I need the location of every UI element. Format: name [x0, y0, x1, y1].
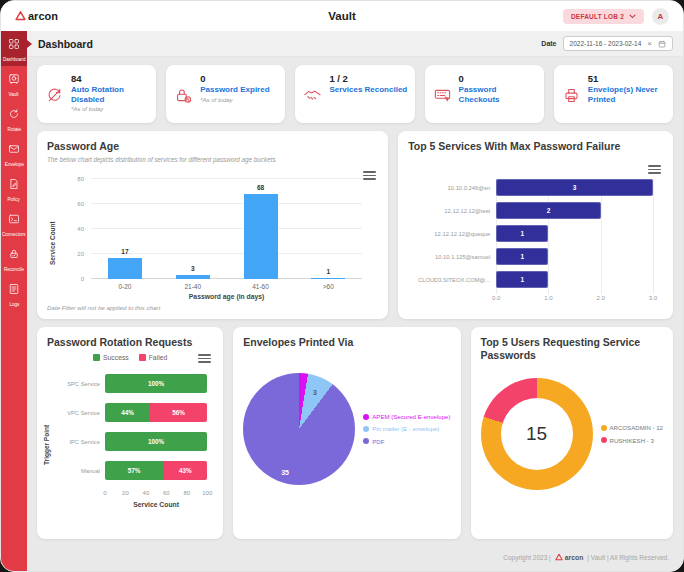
- legend-dot: [363, 414, 369, 420]
- calendar-icon[interactable]: [658, 40, 666, 48]
- chart-menu-icon[interactable]: [198, 354, 211, 363]
- chart-legend: ARCOSADMIN - 12RUSHIKESH - 3: [601, 424, 664, 444]
- x-tick-label: 1.0: [544, 295, 552, 301]
- envelope-icon: [8, 141, 20, 159]
- password-checkouts-icon: [433, 86, 452, 105]
- bar-value-label: 3: [191, 265, 195, 272]
- bar-value-label: 17: [121, 248, 128, 255]
- kpi-card[interactable]: 84Auto Rotation Disabled*As of today: [37, 65, 156, 123]
- sidebar-item-reconcile[interactable]: Reconcile: [1, 241, 27, 276]
- x-tick-label: 20: [122, 490, 129, 496]
- topbar-actions: DEFAULT LOB 2 A: [563, 8, 669, 25]
- legend-item[interactable]: ARCOSADMIN - 12: [601, 424, 664, 431]
- kpi-card[interactable]: 1 / 2Services Reconciled: [295, 65, 414, 123]
- top-services-card: Top 5 Services With Max Password Failure…: [398, 131, 673, 319]
- y-axis-title: Service Count: [49, 221, 56, 265]
- x-tick-label: 41-60: [227, 283, 295, 290]
- date-range-input[interactable]: 2022-11-16 - 2023-02-14 ×: [563, 36, 673, 51]
- bar: 2: [496, 202, 601, 219]
- policy-icon: [8, 176, 20, 194]
- sidebar-item-dashboard[interactable]: Dashboard: [1, 31, 27, 66]
- y-tick-label: 80: [77, 176, 84, 182]
- category-label: 12.12.12.12@queque: [408, 225, 496, 242]
- clear-date-icon[interactable]: ×: [647, 40, 652, 48]
- sidebar-item-label: Dashboard: [3, 56, 26, 62]
- main-area: Dashboard Date 2022-11-16 - 2023-02-14 ×…: [27, 31, 683, 571]
- rights-text: | Vault | All Rights Reserved.: [587, 554, 669, 561]
- services-reconciled-icon: [303, 86, 322, 105]
- sidebar-item-policy[interactable]: Policy: [1, 171, 27, 206]
- bar: 1: [496, 271, 548, 288]
- x-tick-label: >60: [294, 283, 362, 290]
- category-label: Manual: [63, 461, 105, 480]
- chart-legend: SuccessFailed: [93, 354, 167, 361]
- sidebar-item-rotate[interactable]: Rotate: [1, 101, 27, 136]
- sidebar-item-envelope[interactable]: Envelope: [1, 136, 27, 171]
- logo-text: arcon: [28, 10, 58, 22]
- bar-value-label: 68: [257, 184, 264, 191]
- bar-value-label: 1: [327, 268, 331, 275]
- kpi-label: Password Expired: [200, 85, 269, 95]
- date-label: Date: [541, 40, 556, 47]
- y-tick-label: 0: [81, 276, 84, 282]
- donut-total: 15: [526, 423, 547, 445]
- bar-segment: 43%: [163, 461, 207, 480]
- bar: [108, 258, 142, 279]
- sidebar-item-connectors[interactable]: Connectors: [1, 206, 27, 241]
- kpi-value: 51: [588, 73, 668, 84]
- x-tick-label: 0: [103, 490, 106, 496]
- dashboard-content: 84Auto Rotation Disabled*As of today0Pas…: [27, 57, 683, 571]
- bar-value-label: 3: [573, 184, 577, 191]
- lob-label: DEFAULT LOB 2: [571, 13, 624, 20]
- bar-row: 100%: [105, 374, 207, 393]
- legend-dot: [363, 438, 369, 444]
- bar: 1: [496, 225, 548, 242]
- kpi-card[interactable]: 0Password Expired*As of today: [166, 65, 285, 123]
- connectors-icon: [8, 211, 20, 229]
- kpi-label: Auto Rotation Disabled: [71, 85, 151, 104]
- bar-row: 1: [496, 248, 653, 265]
- chart-title: Top 5 Users Requesting Service Passwords: [481, 336, 664, 362]
- legend-item[interactable]: APEM (Secured E-envelope): [363, 413, 450, 420]
- rotate-icon: [8, 106, 20, 124]
- x-axis-title: Service Count: [105, 501, 207, 508]
- x-axis-labels: 0-2021-4041-60>60: [91, 283, 362, 290]
- bar-row: 100%: [105, 432, 207, 451]
- legend-item[interactable]: RUSHIKESH - 3: [601, 437, 664, 444]
- top-users-donut-chart: 15: [481, 378, 593, 490]
- pie-value-label: 35: [281, 468, 289, 475]
- app-window: arcon Vault DEFAULT LOB 2 A DashboardVau…: [0, 0, 684, 572]
- sidebar-item-label: Vault: [9, 91, 19, 97]
- chart-menu-icon[interactable]: [363, 171, 376, 180]
- legend-item[interactable]: Pin mailer (E - envelope): [363, 425, 450, 432]
- kpi-card[interactable]: 0Password Checkouts: [425, 65, 544, 123]
- bar-row: 44%56%: [105, 403, 207, 422]
- lob-selector-button[interactable]: DEFAULT LOB 2: [563, 9, 644, 24]
- sidebar-item-vault[interactable]: Vault: [1, 66, 27, 101]
- legend-item[interactable]: PDF: [363, 438, 450, 445]
- kpi-value: 84: [71, 73, 151, 84]
- bar-value-label: 1: [521, 253, 525, 260]
- bar-segment: 56%: [150, 403, 207, 422]
- legend-item[interactable]: Success: [93, 354, 129, 361]
- user-avatar[interactable]: A: [652, 8, 669, 25]
- y-tick-label: 20: [77, 251, 84, 257]
- category-label: 12.12.12.12@test: [408, 202, 496, 219]
- copyright-text: Copyright 2023 |: [503, 554, 551, 561]
- bar-row: 1: [496, 225, 653, 242]
- legend-swatch: [93, 354, 100, 361]
- arcon-triangle-icon: [15, 10, 26, 23]
- sidebar-item-logs[interactable]: Logs: [1, 276, 27, 311]
- bar: 3: [496, 179, 653, 196]
- bar: [176, 275, 210, 279]
- legend-item[interactable]: Failed: [139, 354, 168, 361]
- bar-segment: 100%: [105, 374, 207, 393]
- logs-icon: [8, 281, 20, 299]
- password-age-card: Password Age The below chart depicts dis…: [37, 131, 388, 319]
- category-label: 10.10.1.125@samuel: [408, 248, 496, 265]
- legend-dot: [601, 437, 607, 443]
- category-label: 10.10.0.246@sn: [408, 179, 496, 196]
- kpi-card[interactable]: 51Envelope(s) Never Printed: [554, 65, 673, 123]
- chart-menu-icon[interactable]: [648, 165, 661, 174]
- legend-swatch: [139, 354, 146, 361]
